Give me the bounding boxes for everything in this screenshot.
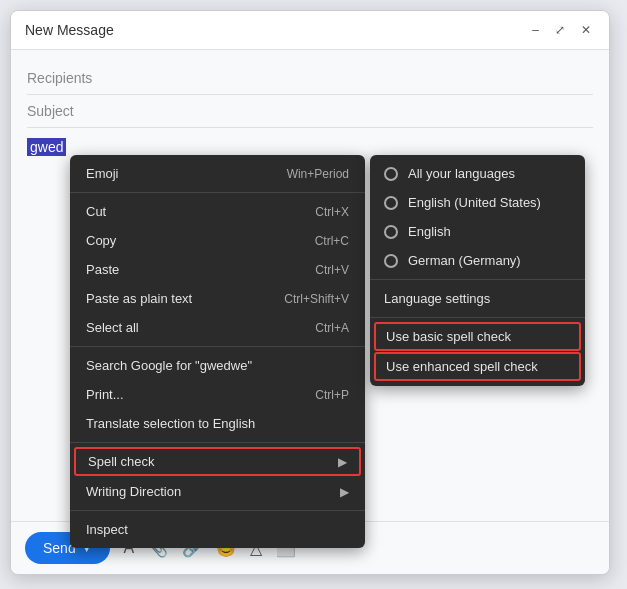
- recipients-field[interactable]: Recipients: [27, 62, 593, 95]
- sub-label-english-us: English (United States): [408, 195, 541, 210]
- ctx-label-inspect: Inspect: [86, 522, 128, 537]
- radio-english: [384, 225, 398, 239]
- ctx-item-spellcheck[interactable]: Spell check ▶: [74, 447, 361, 476]
- sub-label-german: German (Germany): [408, 253, 521, 268]
- sub-label-basic-spellcheck: Use basic spell check: [386, 329, 511, 344]
- ctx-shortcut-emoji: Win+Period: [287, 167, 349, 181]
- sub-divider-1: [370, 279, 585, 280]
- ctx-shortcut-select-all: Ctrl+A: [315, 321, 349, 335]
- ctx-item-select-all[interactable]: Select all Ctrl+A: [70, 313, 365, 342]
- ctx-divider-4: [70, 510, 365, 511]
- ctx-shortcut-cut: Ctrl+X: [315, 205, 349, 219]
- sub-label-all-languages: All your languages: [408, 166, 515, 181]
- ctx-divider-1: [70, 192, 365, 193]
- sub-item-language-settings[interactable]: Language settings: [370, 284, 585, 313]
- sub-label-language-settings: Language settings: [384, 291, 490, 306]
- sub-item-english-us[interactable]: English (United States): [370, 188, 585, 217]
- sub-item-basic-spellcheck[interactable]: Use basic spell check: [374, 322, 581, 351]
- ctx-item-writing-direction[interactable]: Writing Direction ▶: [70, 477, 365, 506]
- ctx-item-copy[interactable]: Copy Ctrl+C: [70, 226, 365, 255]
- ctx-item-search[interactable]: Search Google for "gwedwe": [70, 351, 365, 380]
- titlebar: New Message – ⤢ ✕: [11, 11, 609, 50]
- ctx-label-writing-direction: Writing Direction: [86, 484, 181, 499]
- ctx-label-cut: Cut: [86, 204, 106, 219]
- subject-label: Subject: [27, 103, 74, 119]
- ctx-shortcut-paste: Ctrl+V: [315, 263, 349, 277]
- highlighted-word: gwed: [27, 138, 66, 156]
- sub-item-english[interactable]: English: [370, 217, 585, 246]
- ctx-item-inspect[interactable]: Inspect: [70, 515, 365, 544]
- ctx-shortcut-copy: Ctrl+C: [315, 234, 349, 248]
- ctx-arrow-spellcheck: ▶: [338, 455, 347, 469]
- sub-divider-2: [370, 317, 585, 318]
- ctx-item-cut[interactable]: Cut Ctrl+X: [70, 197, 365, 226]
- ctx-label-emoji: Emoji: [86, 166, 119, 181]
- radio-english-us: [384, 196, 398, 210]
- window-title: New Message: [25, 22, 114, 38]
- sub-item-german[interactable]: German (Germany): [370, 246, 585, 275]
- ctx-label-spellcheck: Spell check: [88, 454, 154, 469]
- context-menu: Emoji Win+Period Cut Ctrl+X Copy Ctrl+C …: [70, 155, 365, 548]
- ctx-label-translate: Translate selection to English: [86, 416, 255, 431]
- ctx-item-translate[interactable]: Translate selection to English: [70, 409, 365, 438]
- ctx-shortcut-paste-plain: Ctrl+Shift+V: [284, 292, 349, 306]
- ctx-label-paste: Paste: [86, 262, 119, 277]
- ctx-divider-2: [70, 346, 365, 347]
- sub-label-english: English: [408, 224, 451, 239]
- ctx-shortcut-print: Ctrl+P: [315, 388, 349, 402]
- ctx-item-paste[interactable]: Paste Ctrl+V: [70, 255, 365, 284]
- sub-item-all-languages[interactable]: All your languages: [370, 159, 585, 188]
- ctx-item-print[interactable]: Print... Ctrl+P: [70, 380, 365, 409]
- radio-all-languages: [384, 167, 398, 181]
- ctx-label-select-all: Select all: [86, 320, 139, 335]
- expand-button[interactable]: ⤢: [551, 21, 569, 39]
- ctx-arrow-writing-direction: ▶: [340, 485, 349, 499]
- ctx-item-emoji[interactable]: Emoji Win+Period: [70, 159, 365, 188]
- ctx-label-copy: Copy: [86, 233, 116, 248]
- ctx-label-print: Print...: [86, 387, 124, 402]
- ctx-item-paste-plain[interactable]: Paste as plain text Ctrl+Shift+V: [70, 284, 365, 313]
- ctx-label-search: Search Google for "gwedwe": [86, 358, 252, 373]
- ctx-divider-3: [70, 442, 365, 443]
- subject-field[interactable]: Subject: [27, 95, 593, 128]
- window-controls: – ⤢ ✕: [528, 21, 595, 39]
- sub-label-enhanced-spellcheck: Use enhanced spell check: [386, 359, 538, 374]
- minimize-button[interactable]: –: [528, 21, 543, 39]
- ctx-label-paste-plain: Paste as plain text: [86, 291, 192, 306]
- sub-item-enhanced-spellcheck[interactable]: Use enhanced spell check: [374, 352, 581, 381]
- recipients-label: Recipients: [27, 70, 92, 86]
- radio-german: [384, 254, 398, 268]
- spellcheck-submenu: All your languages English (United State…: [370, 155, 585, 386]
- close-button[interactable]: ✕: [577, 21, 595, 39]
